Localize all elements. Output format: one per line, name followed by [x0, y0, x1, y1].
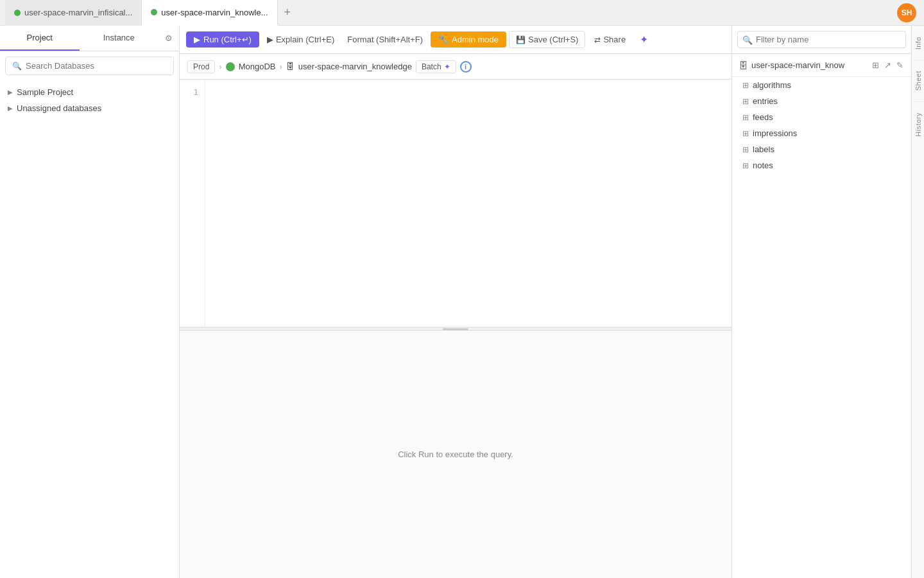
- breadcrumb-icon-db: 🗄: [286, 62, 295, 71]
- tab-1-label: user-space-marvin_infisical...: [24, 8, 132, 17]
- editor-container: 1: [180, 80, 732, 327]
- db-label-row: 🗄 user-space-marvin_know ⊞ ↗ ✎: [732, 54, 911, 77]
- run-button[interactable]: ▶ Run (Ctrl+↵): [186, 31, 259, 48]
- tree-arrow-unassigned: ▶: [8, 105, 13, 112]
- info-icon: i: [465, 63, 466, 71]
- right-filter: 🔍: [732, 26, 911, 54]
- info-button[interactable]: i: [460, 61, 472, 73]
- share-label: Share: [603, 35, 626, 44]
- right-panel: 🔍 🗄 user-space-marvin_know ⊞ ↗ ✎ ⊞ algor…: [732, 26, 911, 578]
- collection-impressions[interactable]: ⊞ impressions: [732, 125, 911, 141]
- breadcrumb-dbname: user-space-marvin_knowledge: [298, 62, 412, 71]
- tree-label-unassigned: Unassigned databases: [17, 103, 101, 113]
- share-button[interactable]: ⇄ Share: [588, 31, 632, 48]
- collection-labels[interactable]: ⊞ labels: [732, 141, 911, 157]
- db-action-edit-icon[interactable]: ✎: [895, 59, 905, 71]
- collection-feeds[interactable]: ⊞ feeds: [732, 109, 911, 125]
- tab-1[interactable]: user-space-marvin_infisical...: [5, 0, 142, 26]
- ai-button[interactable]: ✦: [635, 30, 653, 49]
- collection-entries[interactable]: ⊞ entries: [732, 93, 911, 109]
- breadcrumb-sep-2: ›: [280, 62, 282, 71]
- table-icon-labels: ⊞: [742, 145, 749, 154]
- left-sidebar: Project Instance ⚙ 🔍 ▶ Sample Project ▶ …: [0, 26, 180, 578]
- breadcrumb-env: Prod: [187, 60, 215, 73]
- tab-1-dot: [14, 10, 21, 16]
- vertical-tabs: Info Sheet History: [911, 26, 924, 578]
- sidebar-settings-button[interactable]: ⚙: [158, 26, 179, 51]
- breadcrumb-dbtype: MongoDB: [239, 62, 276, 71]
- share-icon: ⇄: [594, 35, 601, 44]
- settings-icon: ⚙: [165, 33, 173, 43]
- tab-2-label: user-space-marvin_knowle...: [161, 8, 268, 17]
- vtab-sheet[interactable]: Sheet: [912, 60, 924, 101]
- tree-arrow-sample: ▶: [8, 89, 13, 96]
- line-number-1: 1: [180, 85, 205, 101]
- collection-algorithms[interactable]: ⊞ algorithms: [732, 77, 911, 93]
- sidebar-tab-bar: Project Instance ⚙: [0, 26, 179, 51]
- filter-input[interactable]: [737, 31, 906, 48]
- format-button[interactable]: Format (Shift+Alt+F): [342, 31, 428, 48]
- table-icon-algorithms: ⊞: [742, 81, 749, 90]
- search-databases-input[interactable]: [26, 61, 167, 71]
- collection-label-entries: entries: [753, 96, 778, 106]
- admin-mode-button[interactable]: 🔧 Admin mode: [431, 31, 506, 48]
- db-action-external-icon[interactable]: ↗: [883, 59, 893, 71]
- resize-handle-bar: [443, 328, 468, 330]
- vtab-history[interactable]: History: [912, 101, 924, 147]
- filter-wrapper: 🔍: [737, 31, 906, 48]
- breadcrumb-sep-1: ›: [219, 62, 221, 71]
- sidebar-tab-project[interactable]: Project: [0, 26, 80, 51]
- search-icon: 🔍: [12, 62, 22, 71]
- db-action-grid-icon[interactable]: ⊞: [871, 59, 880, 71]
- explain-icon: ▶: [267, 35, 273, 44]
- explain-label: Explain (Ctrl+E): [276, 35, 334, 44]
- explain-button[interactable]: ▶ Explain (Ctrl+E): [262, 31, 339, 48]
- collection-notes[interactable]: ⊞ notes: [732, 157, 911, 173]
- db-actions: ⊞ ↗ ✎: [871, 59, 905, 71]
- save-button[interactable]: 💾 Save (Ctrl+S): [509, 31, 585, 48]
- tab-2[interactable]: user-space-marvin_knowle...: [142, 0, 277, 26]
- mongodb-icon: [226, 62, 235, 71]
- vtab-info[interactable]: Info: [912, 26, 924, 60]
- run-icon: ▶: [194, 35, 200, 44]
- collection-label-impressions: impressions: [753, 128, 797, 138]
- right-content: ⊞ algorithms ⊞ entries ⊞ feeds ⊞ impress…: [732, 77, 911, 578]
- table-icon-impressions: ⊞: [742, 129, 749, 138]
- save-icon: 💾: [516, 35, 526, 44]
- table-icon-notes: ⊞: [742, 161, 749, 170]
- results-empty-label: Click Run to execute the query.: [398, 450, 513, 459]
- collections-list: ⊞ algorithms ⊞ entries ⊞ feeds ⊞ impress…: [732, 77, 911, 578]
- results-area: Click Run to execute the query.: [180, 331, 732, 578]
- table-icon-feeds: ⊞: [742, 113, 749, 122]
- tree-item-sample-project[interactable]: ▶ Sample Project: [0, 84, 179, 100]
- breadcrumb-bar: Prod › MongoDB › 🗄 user-space-marvin_kno…: [180, 54, 732, 80]
- filter-search-icon: 🔍: [742, 35, 753, 44]
- format-label: Format (Shift+Alt+F): [347, 35, 423, 44]
- batch-badge[interactable]: Batch ✦: [416, 60, 456, 73]
- ai-icon: ✦: [640, 33, 648, 46]
- tab-2-dot: [151, 9, 157, 15]
- db-name-label: user-space-marvin_know: [751, 60, 844, 70]
- editor-line-1: [210, 85, 726, 99]
- collection-label-feeds: feeds: [753, 112, 773, 122]
- toolbar: ▶ Run (Ctrl+↵) ▶ Explain (Ctrl+E) Format…: [180, 26, 732, 54]
- wrench-icon: 🔧: [438, 35, 449, 44]
- tree-label-sample: Sample Project: [17, 87, 73, 97]
- main-layout: Project Instance ⚙ 🔍 ▶ Sample Project ▶ …: [0, 26, 924, 578]
- search-databases-box: 🔍: [5, 57, 174, 75]
- user-avatar: SH: [897, 3, 916, 22]
- content-area: ▶ Run (Ctrl+↵) ▶ Explain (Ctrl+E) Format…: [180, 26, 732, 578]
- collection-label-notes: notes: [753, 161, 773, 170]
- batch-star-icon: ✦: [444, 62, 450, 71]
- add-tab-button[interactable]: +: [278, 6, 298, 19]
- sidebar-tab-instance[interactable]: Instance: [80, 26, 159, 51]
- save-label: Save (Ctrl+S): [528, 35, 578, 44]
- editor-content[interactable]: [205, 80, 732, 327]
- admin-label: Admin mode: [452, 35, 499, 44]
- editor-gutter: 1: [180, 80, 205, 327]
- table-icon-entries: ⊞: [742, 97, 749, 106]
- tree-item-unassigned[interactable]: ▶ Unassigned databases: [0, 100, 179, 116]
- tab-bar: user-space-marvin_infisical... user-spac…: [0, 0, 924, 26]
- batch-label: Batch: [422, 62, 441, 71]
- db-icon: 🗄: [739, 60, 748, 71]
